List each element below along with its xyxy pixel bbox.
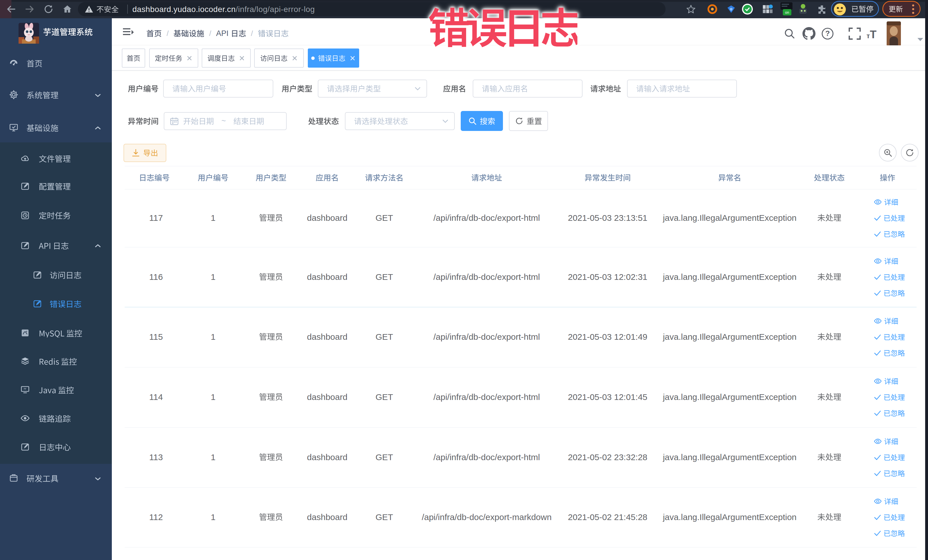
svg-text:on: on	[785, 10, 789, 15]
svg-text:?: ?	[825, 29, 830, 38]
